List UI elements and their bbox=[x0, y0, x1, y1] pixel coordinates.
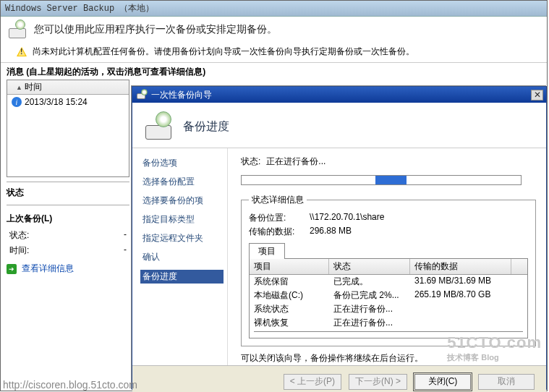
close-button[interactable]: 关闭(C) bbox=[414, 374, 471, 390]
wizard-step[interactable]: 指定目标类型 bbox=[142, 213, 221, 226]
wizard-step[interactable]: 选择要备份的项 bbox=[142, 195, 221, 207]
view-details-link[interactable]: 查看详细信息 bbox=[22, 263, 74, 273]
grid-head-cell[interactable]: 项目 bbox=[250, 259, 329, 274]
status-state-value: - bbox=[124, 229, 127, 242]
dialog-title-bar[interactable]: 一次性备份向导 ✕ bbox=[132, 87, 546, 103]
messages-heading: 消息 (自上星期起的活动，双击消息可查看详细信息) bbox=[1, 63, 547, 80]
wizard-step[interactable]: 指定远程文件夹 bbox=[142, 232, 221, 244]
app-subtitle: 您可以使用此应用程序执行一次备份或安排定期备份。 bbox=[34, 23, 277, 36]
loc-value: \\172.20.70.1\share bbox=[310, 212, 384, 224]
status-time-value: - bbox=[124, 244, 127, 257]
grid-row[interactable]: 系统状态正在进行备份... bbox=[250, 302, 527, 316]
status-details-legend: 状态详细信息 bbox=[249, 194, 307, 206]
progress-status-label: 状态: bbox=[241, 155, 260, 168]
watermark-url: http://ciscoren.blog.51cto.com bbox=[3, 379, 137, 391]
window-title-bar: Windows Server Backup （本地） bbox=[1, 1, 547, 17]
dialog-close-button[interactable]: ✕ bbox=[531, 90, 543, 101]
message-row[interactable]: i 2013/3/18 15:24 bbox=[7, 95, 129, 109]
app-header: 您可以使用此应用程序执行一次备份或安排定期备份。 bbox=[1, 17, 547, 44]
window-title: Windows Server Backup （本地） bbox=[5, 2, 154, 14]
info-icon: i bbox=[12, 97, 22, 107]
grid-row[interactable]: 本地磁盘(C:)备份已完成 2%...265.19 MB/8.70 GB bbox=[250, 289, 527, 302]
progress-bar-fill bbox=[375, 176, 406, 184]
transfer-value: 296.88 MB bbox=[310, 226, 352, 238]
status-details-group: 状态详细信息 备份位置: \\172.20.70.1\share 传输的数据: … bbox=[241, 194, 536, 346]
wizard-step[interactable]: 选择备份配置 bbox=[142, 176, 221, 188]
cancel-button: 取消 bbox=[478, 374, 535, 390]
status-heading: 状态 bbox=[7, 185, 129, 200]
progress-status-value: 正在进行备份... bbox=[266, 155, 325, 168]
dialog-heading: 备份进度 bbox=[183, 119, 229, 135]
dialog-title: 一次性备份向导 bbox=[151, 89, 212, 101]
next-button: 下一步(N) > bbox=[349, 374, 407, 390]
transfer-label: 传输的数据: bbox=[249, 226, 307, 238]
dialog-title-icon bbox=[137, 89, 148, 101]
warning-text: 尚未对此计算机配置任何备份。请使用备份计划向导或一次性备份向导执行定期备份或一次… bbox=[33, 46, 414, 58]
last-backup-heading: 上次备份(L) bbox=[7, 208, 129, 228]
grid-row[interactable]: 裸机恢复正在进行备份... bbox=[250, 316, 527, 330]
details-arrow-icon: ➜ bbox=[7, 264, 17, 274]
loc-label: 备份位置: bbox=[249, 212, 307, 224]
warning-row: ! 尚未对此计算机配置任何备份。请使用备份计划向导或一次性备份向导执行定期备份或… bbox=[1, 44, 547, 63]
wizard-step[interactable]: 确认 bbox=[142, 251, 221, 263]
watermark-brand: 51CTO.com 技术博客 Blog bbox=[447, 333, 542, 363]
items-tab[interactable]: 项目 bbox=[249, 243, 285, 259]
message-time: 2013/3/18 15:24 bbox=[25, 97, 88, 107]
wizard-step[interactable]: 备份选项 bbox=[142, 157, 221, 169]
messages-column-time[interactable]: 时间 bbox=[7, 80, 129, 95]
dialog-button-row: < 上一步(P) 下一步(N) > 关闭(C) 取消 bbox=[132, 365, 546, 392]
warning-icon: ! bbox=[17, 47, 28, 57]
wizard-steps: 备份选项选择备份配置选择要备份的项指定目标类型指定远程文件夹确认备份进度 bbox=[132, 148, 228, 365]
prev-button: < 上一步(P) bbox=[284, 374, 341, 390]
dialog-hero-icon bbox=[144, 111, 174, 142]
grid-head-cell[interactable]: 状态 bbox=[329, 259, 410, 274]
backup-disk-icon bbox=[8, 20, 28, 40]
grid-head-cell[interactable]: 传输的数据 bbox=[410, 259, 511, 274]
grid-row[interactable]: 系统保留已完成。31.69 MB/31.69 MB bbox=[250, 275, 527, 289]
status-state-label: 状态: bbox=[9, 229, 29, 242]
wizard-step: 备份进度 bbox=[140, 270, 224, 284]
items-grid: 项目状态传输的数据 系统保留已完成。31.69 MB/31.69 MB本地磁盘(… bbox=[249, 259, 528, 338]
status-time-label: 时间: bbox=[9, 244, 29, 257]
messages-panel: 时间 i 2013/3/18 15:24 bbox=[7, 80, 129, 177]
progress-bar-track bbox=[241, 175, 522, 185]
